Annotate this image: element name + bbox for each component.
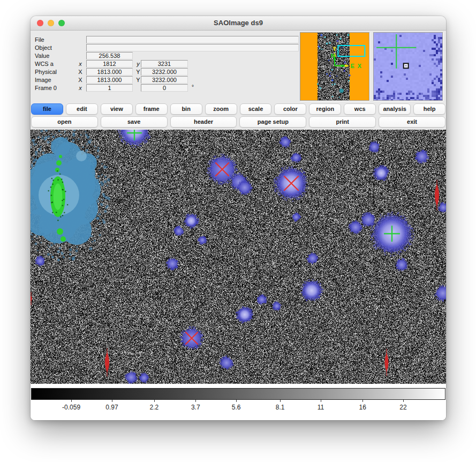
value-label: Value bbox=[35, 53, 49, 59]
command-button-page-setup[interactable]: page setup bbox=[239, 116, 306, 128]
physical-row: Physical X 1813.000 Y 3232.000 bbox=[31, 68, 296, 76]
menu-button-file[interactable]: file bbox=[31, 103, 63, 115]
physical-label: Physical bbox=[35, 69, 57, 75]
frame-label: Frame 0 bbox=[35, 85, 57, 91]
object-label: Object bbox=[35, 44, 52, 51]
physical-x-field: 1813.000 bbox=[86, 68, 133, 76]
menu-button-scale[interactable]: scale bbox=[240, 103, 272, 115]
menu-button-bin[interactable]: bin bbox=[170, 103, 202, 115]
degree-suffix: ° bbox=[192, 84, 194, 90]
colorbar-tick-label: 8.1 bbox=[276, 404, 285, 411]
desktop: { "window": { "title": "SAOImage ds9" },… bbox=[0, 0, 476, 462]
window-title: SAOImage ds9 bbox=[31, 16, 446, 30]
colorbar-tick bbox=[236, 400, 237, 402]
menu-button-help[interactable]: help bbox=[413, 103, 445, 115]
colorbar-tick-label: 2.2 bbox=[150, 404, 159, 411]
object-value-field bbox=[86, 44, 299, 51]
colorbar-tick bbox=[280, 400, 281, 402]
colorbar-tick-label: 5.6 bbox=[232, 404, 241, 411]
wcs-x-field: 1812 bbox=[86, 60, 133, 68]
frame-row: Frame 0 x 1 0 ° bbox=[31, 84, 296, 92]
colorbar-tick-label: 11 bbox=[318, 404, 324, 411]
image-row: Image X 1813.000 Y 3232.000 bbox=[31, 76, 296, 84]
file-value-field bbox=[86, 36, 299, 43]
colorbar-tick bbox=[362, 400, 363, 402]
frame-zoom-field: 1 bbox=[86, 84, 133, 92]
image-x-field: 1813.000 bbox=[86, 76, 133, 84]
sky-image-canvas[interactable] bbox=[31, 130, 446, 384]
menu-button-color[interactable]: color bbox=[274, 103, 306, 115]
panner-canvas[interactable] bbox=[300, 33, 369, 100]
colorbar-tick-label: 16 bbox=[359, 404, 366, 411]
wcs-label: WCS a bbox=[35, 61, 54, 67]
colorbar-tick-label: 0.97 bbox=[105, 404, 118, 411]
menu-button-region[interactable]: region bbox=[309, 103, 341, 115]
menu-button-row: fileeditviewframebinzoomscalecolorregion… bbox=[31, 102, 446, 115]
colorbar-tick-labels: -0.0590.972.23.75.68.1111622 bbox=[31, 400, 445, 414]
magnifier-canvas[interactable] bbox=[374, 33, 442, 100]
image-x-designator: X bbox=[77, 77, 84, 83]
colorbar[interactable] bbox=[31, 388, 445, 400]
menu-button-view[interactable]: view bbox=[101, 103, 133, 115]
frame-x-designator: x bbox=[77, 85, 84, 91]
colorbar-tick bbox=[71, 400, 72, 402]
command-button-header[interactable]: header bbox=[170, 116, 237, 128]
command-button-row: opensaveheaderpage setupprintexit bbox=[31, 115, 446, 128]
menu-button-frame[interactable]: frame bbox=[135, 103, 168, 115]
file-label: File bbox=[35, 36, 44, 43]
value-row: Value 256.538 bbox=[31, 52, 296, 60]
image-y-field: 3232.000 bbox=[141, 76, 188, 84]
image-label: Image bbox=[35, 77, 51, 83]
command-button-save[interactable]: save bbox=[101, 116, 168, 128]
menu-button-edit[interactable]: edit bbox=[66, 103, 98, 115]
object-row: Object bbox=[31, 44, 296, 52]
colorbar-tick bbox=[321, 400, 321, 402]
wcs-x-designator: x bbox=[77, 61, 84, 67]
colorbar-tick bbox=[403, 400, 404, 402]
minimize-button[interactable] bbox=[48, 20, 54, 26]
command-button-exit[interactable]: exit bbox=[379, 116, 445, 128]
traffic-lights bbox=[37, 20, 65, 26]
colorbar-section: -0.0590.972.23.75.68.1111622 bbox=[31, 384, 446, 420]
colorbar-tick bbox=[112, 400, 112, 402]
menu-button-zoom[interactable]: zoom bbox=[205, 103, 237, 115]
panner-panel[interactable] bbox=[300, 32, 369, 101]
menu-button-wcs[interactable]: wcs bbox=[344, 103, 376, 115]
command-button-print[interactable]: print bbox=[309, 116, 376, 128]
file-row: File bbox=[31, 36, 296, 44]
menu-button-analysis[interactable]: analysis bbox=[379, 103, 411, 115]
magnifier-panel[interactable] bbox=[373, 32, 443, 101]
wcs-row: WCS a x 1812 y 3231 bbox=[31, 60, 296, 68]
colorbar-tick-label: 3.7 bbox=[191, 404, 200, 411]
pixel-value-field: 256.538 bbox=[86, 52, 133, 59]
colorbar-tick-label: -0.059 bbox=[62, 404, 80, 411]
coordinate-readout-panel: File Object Value 256.538 WCS a x 1812 y… bbox=[31, 32, 296, 102]
frame-rotation-field: 0 bbox=[141, 84, 188, 92]
zoom-window-button[interactable] bbox=[58, 20, 65, 26]
titlebar[interactable]: SAOImage ds9 bbox=[31, 16, 446, 31]
info-section: File Object Value 256.538 WCS a x 1812 y… bbox=[31, 31, 446, 102]
wcs-y-field: 3231 bbox=[141, 60, 188, 68]
colorbar-tick bbox=[195, 400, 196, 402]
colorbar-tick bbox=[154, 400, 155, 402]
ds9-window: SAOImage ds9 File Object Value 256.538 W… bbox=[31, 16, 446, 420]
image-frame bbox=[31, 130, 446, 384]
physical-x-designator: X bbox=[77, 69, 84, 75]
colorbar-tick-label: 22 bbox=[399, 404, 406, 411]
physical-y-field: 3232.000 bbox=[141, 68, 188, 76]
command-button-open[interactable]: open bbox=[31, 116, 98, 128]
close-button[interactable] bbox=[37, 20, 43, 26]
